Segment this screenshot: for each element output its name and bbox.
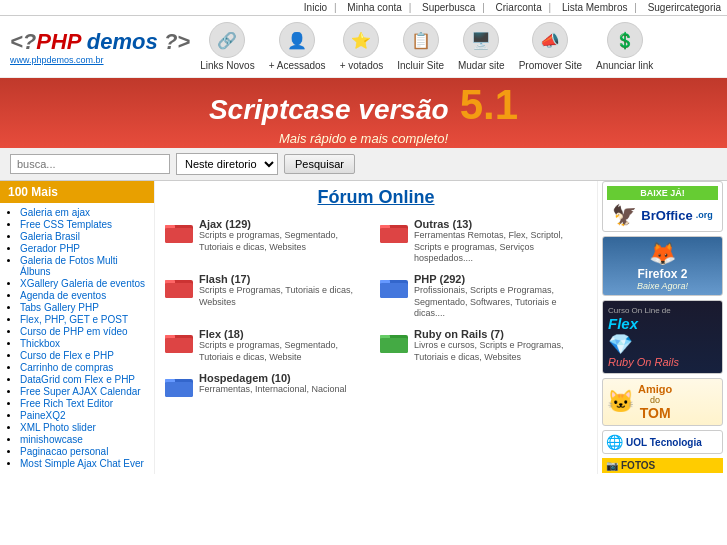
category-ruby[interactable]: Ruby on Rails (7) Livros e cursos, Scrip… — [380, 328, 587, 363]
list-item[interactable]: Curso de Flex e PHP — [20, 350, 150, 361]
cat-outras-name: Outras (13) — [414, 218, 587, 230]
search-input[interactable] — [10, 154, 170, 174]
cat-icon: 🐱 — [607, 389, 634, 415]
amigo-do-text: do — [638, 395, 672, 405]
topnav-link-inicio[interactable]: Inicio — [300, 2, 327, 13]
list-item[interactable]: Carrinho de compras — [20, 362, 150, 373]
category-hospedagem[interactable]: Hospedagem (10) Ferramentas, Internacion… — [165, 372, 372, 398]
forum-title: Fórum Online — [165, 187, 587, 208]
bird-icon: 🦅 — [612, 203, 637, 227]
logo-php-text: <?PHP demos ?> — [10, 29, 190, 54]
folder-outras-icon — [380, 220, 408, 244]
category-outras[interactable]: Outras (13) Ferramentas Remotas, Flex, S… — [380, 218, 587, 265]
tom-text: TOM — [638, 405, 672, 421]
cat-flex-name: Flex (18) — [199, 328, 372, 340]
svg-rect-17 — [380, 338, 408, 353]
search-button[interactable]: Pesquisar — [284, 154, 355, 174]
banner-sub-text: Mais rápido e mais completo! — [209, 131, 518, 146]
banner[interactable]: Scriptcase versão 5.1 Mais rápido e mais… — [0, 78, 727, 148]
category-flash[interactable]: Flash (17) Scripts e Programas, Tutoriai… — [165, 273, 372, 320]
flex-ruby-ad[interactable]: Curso On Line de Flex 💎 Ruby On Rails — [602, 300, 723, 374]
cat-php-desc: Profissionais, Scripts e Programas, Segm… — [414, 285, 587, 320]
header-icons: 🔗 Links Novos 👤 + Acessados ⭐ + votados … — [190, 22, 717, 71]
promover-site-icon: 📣 — [532, 22, 568, 58]
list-item[interactable]: Curso de PHP em vídeo — [20, 326, 150, 337]
svg-rect-5 — [380, 228, 408, 243]
header: <?PHP demos ?> www.phpdemos.com.br 🔗 Lin… — [0, 16, 727, 78]
list-item[interactable]: Galeria de Fotos Multi Álbuns — [20, 255, 150, 277]
icon-anunciar-link[interactable]: 💲 Anunciar link — [596, 22, 653, 71]
anunciar-link-icon: 💲 — [607, 22, 643, 58]
mudar-site-icon: 🖥️ — [463, 22, 499, 58]
list-item[interactable]: PaineXQ2 — [20, 410, 150, 421]
logo-url[interactable]: www.phpdemos.com.br — [10, 55, 190, 65]
search-bar: Neste diretorio Toda a web Pesquisar — [0, 148, 727, 181]
icon-links-novos[interactable]: 🔗 Links Novos — [200, 22, 254, 71]
cat-ajax-desc: Scripts e programas, Segmentado, Tutoria… — [199, 230, 372, 253]
list-item[interactable]: minishowcase — [20, 434, 150, 445]
category-php[interactable]: PHP (292) Profissionais, Scripts e Progr… — [380, 273, 587, 320]
baixe-ja-label: BAIXE JÁ! — [607, 186, 718, 200]
folder-ruby-icon — [380, 330, 408, 354]
topnav-link-superbusca[interactable]: Superbusca — [418, 2, 475, 13]
cat-ruby-desc: Livros e cursos, Scripts e Programas, Tu… — [414, 340, 587, 363]
list-item[interactable]: XGallery Galeria de eventos — [20, 278, 150, 289]
topnav-link-lista-membros[interactable]: Lista Membros — [558, 2, 628, 13]
icon-acessados[interactable]: 👤 + Acessados — [269, 22, 326, 71]
list-item[interactable]: Thickbox — [20, 338, 150, 349]
sidebar: 100 Mais Galeria em ajax Free CSS Templa… — [0, 181, 155, 474]
list-item[interactable]: Tabs Gallery PHP — [20, 302, 150, 313]
category-ajax[interactable]: Ajax (129) Scripts e programas, Segmenta… — [165, 218, 372, 265]
amigo-tom-ad[interactable]: 🐱 Amigo do TOM — [602, 378, 723, 426]
folder-hospedagem-icon — [165, 374, 193, 398]
list-item[interactable]: Agenda de eventos — [20, 290, 150, 301]
icon-incluir-site[interactable]: 📋 Incluir Site — [397, 22, 444, 71]
broffice-logo: BrOffice .org — [641, 208, 712, 223]
list-item[interactable]: Free Super AJAX Calendar — [20, 386, 150, 397]
list-item[interactable]: Flex, PHP, GET e POST — [20, 314, 150, 325]
topnav-link-criarconta[interactable]: Criarconta — [492, 2, 542, 13]
uol-ad[interactable]: 🌐 UOL Tecnologia — [602, 430, 723, 454]
logo-area: <?PHP demos ?> www.phpdemos.com.br — [10, 29, 190, 65]
list-item[interactable]: Galeria em ajax — [20, 207, 150, 218]
svg-rect-8 — [165, 283, 193, 298]
center-content: Fórum Online Ajax (129) Scripts e progra… — [155, 181, 597, 474]
banner-version: 5.1 — [460, 81, 518, 128]
icon-promover-site[interactable]: 📣 Promover Site — [519, 22, 582, 71]
list-item[interactable]: Most Simple Ajax Chat Ever — [20, 458, 150, 469]
icon-votados[interactable]: ⭐ + votados — [340, 22, 384, 71]
list-item[interactable]: Free Rich Text Editor — [20, 398, 150, 409]
search-directory-select[interactable]: Neste diretorio Toda a web — [176, 153, 278, 175]
topnav-link-sugerir-categoria[interactable]: Sugerircategoria — [644, 2, 721, 13]
top-nav: Inicio | Minha conta | Superbusca | Cria… — [0, 0, 727, 16]
flex-title: Flex — [608, 315, 717, 332]
cat-ruby-name: Ruby on Rails (7) — [414, 328, 587, 340]
firefox-ad[interactable]: 🦊 Firefox 2 Baixe Agora! — [602, 236, 723, 296]
list-item[interactable]: Paginacao personal — [20, 446, 150, 457]
folder-flex-icon — [165, 330, 193, 354]
broffice-ad[interactable]: BAIXE JÁ! 🦅 BrOffice .org — [602, 181, 723, 232]
fotos-bar[interactable]: 📷 FOTOS — [602, 458, 723, 473]
main-content: 100 Mais Galeria em ajax Free CSS Templa… — [0, 181, 727, 474]
icon-mudar-site[interactable]: 🖥️ Mudar site — [458, 22, 505, 71]
logo: <?PHP demos ?> — [10, 29, 190, 55]
list-item[interactable]: Galeria Brasil — [20, 231, 150, 242]
topnav-link-minha-conta[interactable]: Minha conta — [343, 2, 401, 13]
list-item[interactable]: DataGrid com Flex e PHP — [20, 374, 150, 385]
fotos-label: FOTOS — [621, 460, 655, 471]
svg-rect-14 — [165, 338, 193, 353]
folder-flash-icon — [165, 275, 193, 299]
category-flex[interactable]: Flex (18) Scripts e programas, Segmentad… — [165, 328, 372, 363]
ruby-title: Ruby On Rails — [608, 356, 717, 368]
folder-ajax-icon — [165, 220, 193, 244]
firefox-sub: Baixe Agora! — [607, 281, 718, 291]
list-item[interactable]: XML Photo slider — [20, 422, 150, 433]
incluir-site-icon: 📋 — [403, 22, 439, 58]
right-sidebar: BAIXE JÁ! 🦅 BrOffice .org 🦊 Firefox 2 Ba… — [597, 181, 727, 474]
list-item[interactable]: Gerador PHP — [20, 243, 150, 254]
cat-outras-desc: Ferramentas Remotas, Flex, Scriptol, Scr… — [414, 230, 587, 265]
links-novos-icon: 🔗 — [209, 22, 245, 58]
list-item[interactable]: Free CSS Templates — [20, 219, 150, 230]
uol-icon: 🌐 — [606, 434, 623, 450]
cat-flex-desc: Scripts e programas, Segmentado, Tutoria… — [199, 340, 372, 363]
